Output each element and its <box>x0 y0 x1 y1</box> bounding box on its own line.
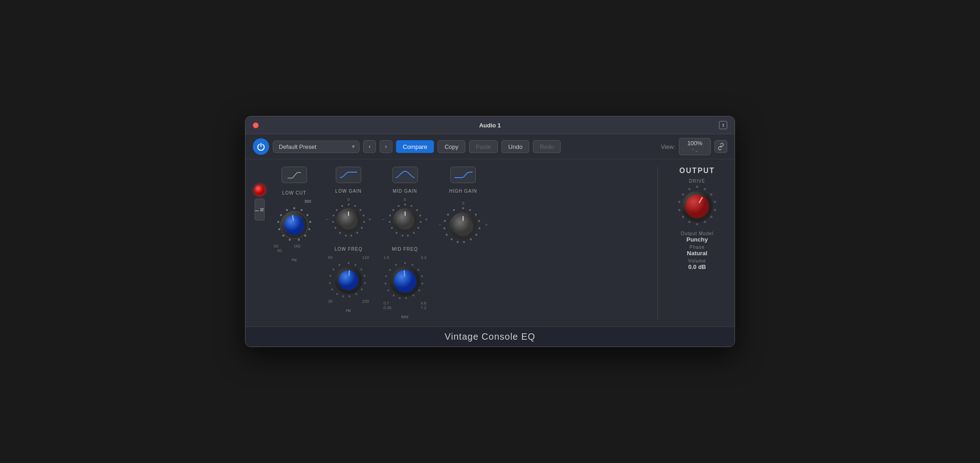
high-gain-row: − 0 <box>438 201 488 248</box>
low-gain-label: LOW GAIN <box>335 189 362 194</box>
svg-point-78 <box>398 297 400 299</box>
low-cut-icon[interactable] <box>281 167 307 183</box>
restore-icon[interactable]: ⬆ <box>719 121 727 129</box>
in-button[interactable]: IN <box>255 199 265 221</box>
drive-label: DRIVE <box>689 179 705 184</box>
svg-point-48 <box>339 264 340 266</box>
svg-point-100 <box>444 220 446 222</box>
svg-point-18 <box>360 209 361 211</box>
svg-point-21 <box>361 227 363 229</box>
red-led[interactable] <box>255 185 265 195</box>
svg-point-12 <box>286 209 288 211</box>
svg-point-0 <box>293 207 295 209</box>
svg-point-111 <box>710 216 713 218</box>
svg-point-16 <box>348 204 349 205</box>
close-button[interactable] <box>253 122 259 128</box>
svg-point-59 <box>407 235 409 237</box>
svg-point-77 <box>405 297 407 299</box>
svg-point-97 <box>451 238 453 240</box>
view-label: View: <box>661 143 675 150</box>
svg-point-112 <box>704 221 706 223</box>
low-cut-label: LOW CUT <box>282 190 306 195</box>
svg-point-2 <box>307 214 308 216</box>
power-button[interactable] <box>253 138 269 155</box>
mid-bell-icon[interactable] <box>392 167 418 183</box>
svg-point-7 <box>289 239 291 241</box>
main-area: IN LOW CUT 300 <box>245 159 735 326</box>
view-select[interactable]: 100% ⌃⌄ <box>679 138 711 155</box>
phase-label: Phase <box>689 245 704 250</box>
svg-point-24 <box>345 235 347 237</box>
svg-point-50 <box>339 270 359 290</box>
svg-point-22 <box>356 232 358 234</box>
mid-freq-knob-wrap: 1.63.2 <box>384 255 427 310</box>
svg-point-43 <box>336 293 338 295</box>
svg-point-39 <box>361 289 363 290</box>
mid-freq-label: MID FREQ <box>392 247 418 252</box>
next-button[interactable]: › <box>380 140 392 153</box>
svg-point-71 <box>411 264 413 266</box>
svg-point-27 <box>332 221 334 223</box>
mid-gain-knob[interactable] <box>386 202 424 239</box>
svg-point-19 <box>363 215 365 216</box>
paste-button[interactable]: Paste <box>469 140 498 153</box>
svg-point-29 <box>336 209 338 211</box>
phase-value[interactable]: Natural <box>687 250 708 257</box>
svg-point-55 <box>419 215 421 216</box>
divider <box>657 167 658 319</box>
high-gain-plus: + <box>485 222 488 227</box>
svg-point-61 <box>396 232 397 234</box>
low-freq-knob-wrap: 60110 <box>328 255 369 304</box>
output-section: OUTPUT DRIVE <box>662 167 725 319</box>
svg-point-37 <box>364 275 365 277</box>
svg-point-98 <box>446 234 448 236</box>
svg-point-6 <box>298 239 300 241</box>
svg-point-106 <box>696 186 699 188</box>
link-button[interactable] <box>714 140 727 153</box>
svg-point-8 <box>282 235 284 237</box>
svg-point-99 <box>443 227 445 229</box>
high-shelf-icon[interactable] <box>450 167 476 183</box>
low-cut-unit: Hz <box>292 258 297 262</box>
svg-point-91 <box>478 220 480 222</box>
preset-select[interactable]: Default Preset <box>273 141 360 153</box>
volume-value[interactable]: 0.0 dB <box>688 263 706 270</box>
low-shelf-icon[interactable] <box>336 167 361 183</box>
low-cut-knob[interactable] <box>274 205 315 246</box>
high-gain-knob-wrap: 0 <box>443 201 484 248</box>
svg-point-83 <box>389 269 391 271</box>
svg-point-93 <box>475 234 477 236</box>
low-gain-knob[interactable] <box>330 202 367 239</box>
svg-point-3 <box>309 221 311 223</box>
svg-point-65 <box>392 209 394 211</box>
drive-knob[interactable] <box>674 184 720 229</box>
svg-point-115 <box>682 216 684 218</box>
left-controls: IN <box>255 167 265 319</box>
undo-button[interactable]: Undo <box>501 140 529 153</box>
svg-point-75 <box>418 289 420 291</box>
svg-point-121 <box>685 195 709 218</box>
svg-point-56 <box>420 221 422 223</box>
redo-button[interactable]: Redo <box>533 140 561 153</box>
svg-point-25 <box>339 232 341 234</box>
svg-point-101 <box>447 214 449 216</box>
svg-point-17 <box>354 205 356 207</box>
copy-button[interactable]: Copy <box>438 140 465 153</box>
svg-point-79 <box>392 295 394 296</box>
svg-point-60 <box>401 235 403 237</box>
low-freq-knob[interactable] <box>328 260 369 301</box>
svg-point-73 <box>421 275 422 277</box>
svg-point-81 <box>384 283 386 284</box>
prev-button[interactable]: ‹ <box>363 140 376 153</box>
svg-point-80 <box>387 289 389 291</box>
mid-gain-row: − 0 <box>382 197 428 241</box>
high-gain-knob[interactable] <box>443 205 484 247</box>
mid-freq-knob[interactable] <box>384 260 427 303</box>
output-model-value[interactable]: Punchy <box>687 236 708 243</box>
svg-point-42 <box>342 295 344 297</box>
svg-point-53 <box>411 205 412 207</box>
svg-point-34 <box>348 262 349 264</box>
svg-point-10 <box>277 221 279 223</box>
mid-gain-knob-wrap: 0 <box>386 197 424 241</box>
compare-button[interactable]: Compare <box>396 140 434 153</box>
